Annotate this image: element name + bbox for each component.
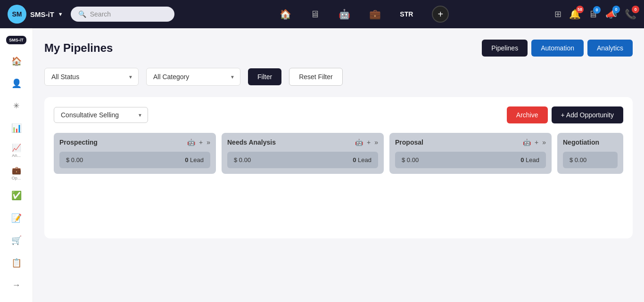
sidebar-item-reports[interactable]: 📋 <box>6 253 27 272</box>
col-robot-icon-needs[interactable]: 🤖 <box>355 139 363 146</box>
opportunities-label: Op... <box>12 176 21 180</box>
automation-button[interactable]: Automation <box>531 40 584 57</box>
kanban-board: Prospecting 🤖 + » $ 0.00 0 Lead <box>54 133 623 174</box>
sidebar-item-cart[interactable]: 🛒 <box>6 231 27 250</box>
sidebar-logo-text: SMS-iT <box>9 38 24 42</box>
megaphone-button[interactable]: 📣 0 <box>605 8 617 20</box>
col-footer-prospecting: $ 0.00 0 Lead <box>59 152 210 168</box>
col-add-icon-needs[interactable]: + <box>367 139 371 146</box>
add-opportunity-button[interactable]: + Add Opportunity <box>552 106 623 123</box>
col-header-proposal: Proposal 🤖 + » <box>395 139 546 146</box>
phone-badge: 0 <box>632 6 639 13</box>
col-actions-proposal: 🤖 + » <box>523 139 546 146</box>
col-expand-icon-prospecting[interactable]: » <box>206 139 210 146</box>
opportunities-icon: 💼 <box>12 166 21 175</box>
col-header-needs-analysis: Needs Analysis 🤖 + » <box>227 139 378 146</box>
grid-icon[interactable]: ⊞ <box>554 9 561 19</box>
steps-icon: 📊 <box>11 123 22 133</box>
col-amount-prospecting: $ 0.00 <box>66 156 83 163</box>
search-bar[interactable]: 🔍 Search <box>71 7 174 22</box>
kanban-col-negotiation: Negotiation $ 0.00 <box>557 133 623 174</box>
sidebar-item-home[interactable]: 🏠 <box>6 52 27 71</box>
kanban-col-proposal: Proposal 🤖 + » $ 0.00 0 Lead <box>389 133 552 174</box>
col-title-negotiation: Negotiation <box>563 139 599 146</box>
col-footer-negotiation: $ 0.00 <box>563 152 618 168</box>
bell-button[interactable]: 🔔 58 <box>569 8 581 20</box>
app-dropdown-icon[interactable]: ▼ <box>58 11 63 17</box>
bell-badge: 58 <box>576 6 584 13</box>
sidebar-item-steps[interactable]: 📊 <box>6 119 27 138</box>
col-amount-negotiation: $ 0.00 <box>570 156 586 163</box>
export-icon: → <box>12 280 21 290</box>
left-sidebar: SMS-iT 🏠 👤 ✳ 📊 📈 An... 💼 Op... ✅ 📝 <box>0 28 33 302</box>
col-robot-icon-proposal[interactable]: 🤖 <box>523 139 531 146</box>
sidebar-item-network[interactable]: ✳ <box>6 97 27 115</box>
briefcase-nav-icon[interactable]: 💼 <box>369 8 381 20</box>
logo-area[interactable]: SM SMS-iT ▼ <box>8 5 63 24</box>
search-icon: 🔍 <box>78 10 86 18</box>
col-lead-proposal: 0 Lead <box>520 156 539 163</box>
notes-icon: 📝 <box>11 213 22 223</box>
page-header: My Pipelines Pipelines Automation Analyt… <box>44 40 633 57</box>
col-footer-proposal: $ 0.00 0 Lead <box>395 152 546 168</box>
sidebar-item-contacts[interactable]: 👤 <box>6 74 27 93</box>
home-nav-icon[interactable]: 🏠 <box>280 8 291 20</box>
col-actions-needs-analysis: 🤖 + » <box>355 139 378 146</box>
col-robot-icon-prospecting[interactable]: 🤖 <box>187 139 195 146</box>
status-select-wrapper: All Status <box>44 68 139 86</box>
network-icon: ✳ <box>13 101 19 110</box>
home-icon: 🏠 <box>11 56 22 66</box>
col-amount-proposal: $ 0.00 <box>402 156 419 163</box>
category-select[interactable]: All Category <box>146 68 240 86</box>
monitor-button[interactable]: 🖥 0 <box>588 9 598 20</box>
header-buttons: Pipelines Automation Analytics <box>482 40 633 57</box>
pipeline-toolbar: Consultative Selling Archive + Add Oppor… <box>54 106 623 123</box>
logo-avatar: SM <box>8 5 26 24</box>
col-title-needs-analysis: Needs Analysis <box>227 139 276 146</box>
archive-button[interactable]: Archive <box>507 106 548 123</box>
pipeline-card: Consultative Selling Archive + Add Oppor… <box>44 97 633 238</box>
sidebar-item-tasks[interactable]: ✅ <box>6 186 27 205</box>
col-title-proposal: Proposal <box>395 139 423 146</box>
col-header-negotiation: Negotiation <box>563 139 618 146</box>
robot-nav-icon[interactable]: 🤖 <box>339 8 350 20</box>
kanban-col-prospecting: Prospecting 🤖 + » $ 0.00 0 Lead <box>54 133 216 174</box>
monitor-nav-icon[interactable]: 🖥 <box>310 9 320 20</box>
sidebar-item-notes[interactable]: 📝 <box>6 209 27 228</box>
col-add-icon-proposal[interactable]: + <box>535 139 538 146</box>
top-nav: SM SMS-iT ▼ 🔍 Search 🏠 🖥 🤖 💼 STR + ⊞ 🔔 5… <box>0 0 644 28</box>
contacts-icon: 👤 <box>11 78 22 89</box>
col-expand-icon-needs[interactable]: » <box>374 139 378 146</box>
analytics-label: An... <box>12 153 21 158</box>
nav-center: 🏠 🖥 🤖 💼 STR + <box>182 6 547 23</box>
monitor-badge: 0 <box>593 6 601 14</box>
col-add-icon-prospecting[interactable]: + <box>199 139 203 146</box>
phone-button[interactable]: 📞 0 <box>625 8 636 20</box>
app-name: SMS-iT <box>30 10 54 18</box>
category-select-wrapper: All Category <box>146 68 240 86</box>
sidebar-logo: SMS-iT <box>6 36 26 44</box>
col-expand-icon-proposal[interactable]: » <box>542 139 546 146</box>
reset-filter-button[interactable]: Reset Filter <box>289 68 343 86</box>
filter-row: All Status All Category Filter Reset Fil… <box>44 68 633 86</box>
page-title: My Pipelines <box>44 41 113 55</box>
pipeline-select[interactable]: Consultative Selling <box>54 107 148 123</box>
sidebar-item-opportunities[interactable]: 💼 Op... <box>6 164 27 183</box>
sidebar-item-analytics[interactable]: 📈 An... <box>6 141 27 160</box>
filter-button[interactable]: Filter <box>248 68 281 85</box>
col-footer-needs-analysis: $ 0.00 0 Lead <box>227 152 378 168</box>
kanban-col-needs-analysis: Needs Analysis 🤖 + » $ 0.00 0 Lead <box>222 133 384 174</box>
analytics-button[interactable]: Analytics <box>587 40 633 57</box>
search-placeholder: Search <box>90 10 111 18</box>
analytics-icon: 📈 <box>12 143 21 152</box>
pipeline-select-wrapper: Consultative Selling <box>54 107 148 123</box>
col-lead-prospecting: 0 Lead <box>185 156 204 163</box>
sidebar-item-export[interactable]: → <box>6 276 27 294</box>
tasks-icon: ✅ <box>11 190 22 201</box>
nav-right: ⊞ 🔔 58 🖥 0 📣 0 📞 0 <box>554 8 636 20</box>
plus-button[interactable]: + <box>432 6 449 23</box>
status-select[interactable]: All Status <box>44 68 139 86</box>
content-area: My Pipelines Pipelines Automation Analyt… <box>33 28 644 302</box>
str-label: STR <box>400 10 413 18</box>
pipelines-button[interactable]: Pipelines <box>482 40 528 57</box>
